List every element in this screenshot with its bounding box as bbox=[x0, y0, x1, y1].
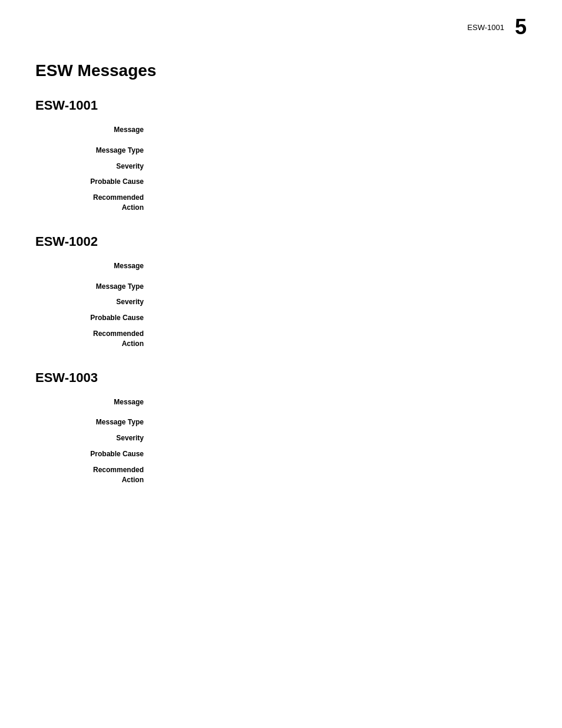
field-label-esw-1002-1: Message Type bbox=[35, 282, 153, 292]
field-value-esw-1001-0 bbox=[153, 125, 527, 135]
field-row-esw-1002-2: Severity bbox=[35, 297, 527, 307]
field-value-esw-1003-0 bbox=[153, 397, 527, 407]
section-esw-1003: ESW-1003MessageMessage TypeSeverityProba… bbox=[35, 370, 527, 485]
field-value-esw-1002-3 bbox=[153, 313, 527, 323]
field-row-esw-1003-2: Severity bbox=[35, 433, 527, 443]
field-row-esw-1001-3: Probable Cause bbox=[35, 177, 527, 187]
section-title-esw-1003: ESW-1003 bbox=[35, 370, 527, 386]
field-value-esw-1003-1 bbox=[153, 417, 527, 427]
field-label-esw-1001-3: Probable Cause bbox=[35, 177, 153, 187]
field-label-esw-1001-0: Message bbox=[35, 125, 153, 135]
field-row-esw-1003-0: Message bbox=[35, 397, 527, 407]
field-label-esw-1003-0: Message bbox=[35, 397, 153, 407]
field-row-esw-1001-0: Message bbox=[35, 125, 527, 135]
page-number: 5 bbox=[515, 17, 527, 38]
field-value-esw-1002-1 bbox=[153, 282, 527, 292]
field-label-esw-1003-3: Probable Cause bbox=[35, 449, 153, 459]
field-row-esw-1003-3: Probable Cause bbox=[35, 449, 527, 459]
field-row-esw-1001-1: Message Type bbox=[35, 146, 527, 156]
field-label-esw-1002-0: Message bbox=[35, 261, 153, 271]
field-row-esw-1002-3: Probable Cause bbox=[35, 313, 527, 323]
field-value-esw-1001-1 bbox=[153, 146, 527, 156]
section-title-esw-1001: ESW-1001 bbox=[35, 98, 527, 113]
field-value-esw-1002-0 bbox=[153, 261, 527, 271]
field-row-esw-1001-4: RecommendedAction bbox=[35, 193, 527, 213]
sections-container: ESW-1001MessageMessage TypeSeverityProba… bbox=[35, 98, 527, 485]
main-title: ESW Messages bbox=[35, 61, 527, 80]
field-label-esw-1001-1: Message Type bbox=[35, 146, 153, 156]
field-value-esw-1003-2 bbox=[153, 433, 527, 443]
field-label-esw-1003-1: Message Type bbox=[35, 417, 153, 427]
doc-id: ESW-1001 bbox=[467, 23, 504, 32]
page-header: ESW-1001 5 bbox=[0, 0, 562, 44]
field-label-esw-1003-2: Severity bbox=[35, 433, 153, 443]
field-value-esw-1003-4 bbox=[153, 465, 527, 485]
field-label-esw-1003-4: RecommendedAction bbox=[35, 465, 153, 485]
field-value-esw-1002-4 bbox=[153, 329, 527, 349]
field-row-esw-1002-1: Message Type bbox=[35, 282, 527, 292]
field-value-esw-1001-4 bbox=[153, 193, 527, 213]
field-row-esw-1001-2: Severity bbox=[35, 162, 527, 172]
field-row-esw-1002-4: RecommendedAction bbox=[35, 329, 527, 349]
field-row-esw-1002-0: Message bbox=[35, 261, 527, 271]
field-row-esw-1003-1: Message Type bbox=[35, 417, 527, 427]
field-label-esw-1002-3: Probable Cause bbox=[35, 313, 153, 323]
field-label-esw-1001-2: Severity bbox=[35, 162, 153, 172]
page-content: ESW Messages ESW-1001MessageMessage Type… bbox=[0, 44, 562, 541]
field-label-esw-1002-2: Severity bbox=[35, 297, 153, 307]
section-esw-1002: ESW-1002MessageMessage TypeSeverityProba… bbox=[35, 234, 527, 349]
field-value-esw-1002-2 bbox=[153, 297, 527, 307]
section-title-esw-1002: ESW-1002 bbox=[35, 234, 527, 249]
field-value-esw-1001-3 bbox=[153, 177, 527, 187]
field-row-esw-1003-4: RecommendedAction bbox=[35, 465, 527, 485]
field-label-esw-1001-4: RecommendedAction bbox=[35, 193, 153, 213]
field-label-esw-1002-4: RecommendedAction bbox=[35, 329, 153, 349]
field-value-esw-1001-2 bbox=[153, 162, 527, 172]
field-value-esw-1003-3 bbox=[153, 449, 527, 459]
section-esw-1001: ESW-1001MessageMessage TypeSeverityProba… bbox=[35, 98, 527, 213]
